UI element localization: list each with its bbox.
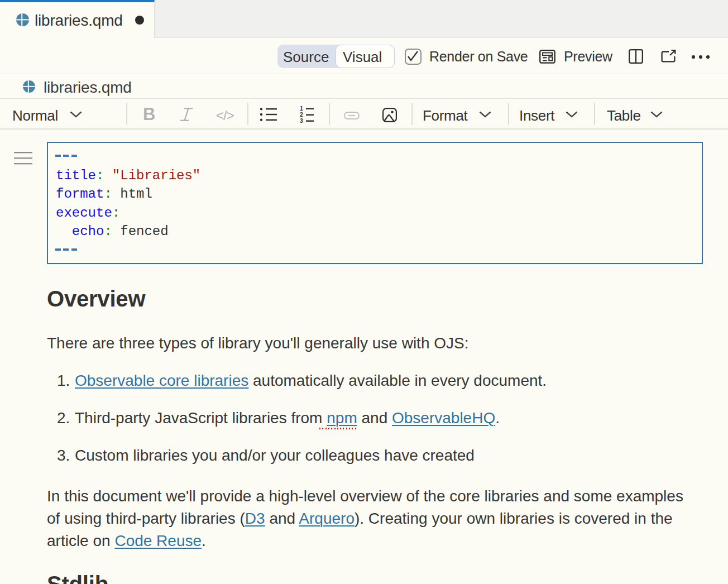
svg-text:3: 3 [300,117,303,123]
